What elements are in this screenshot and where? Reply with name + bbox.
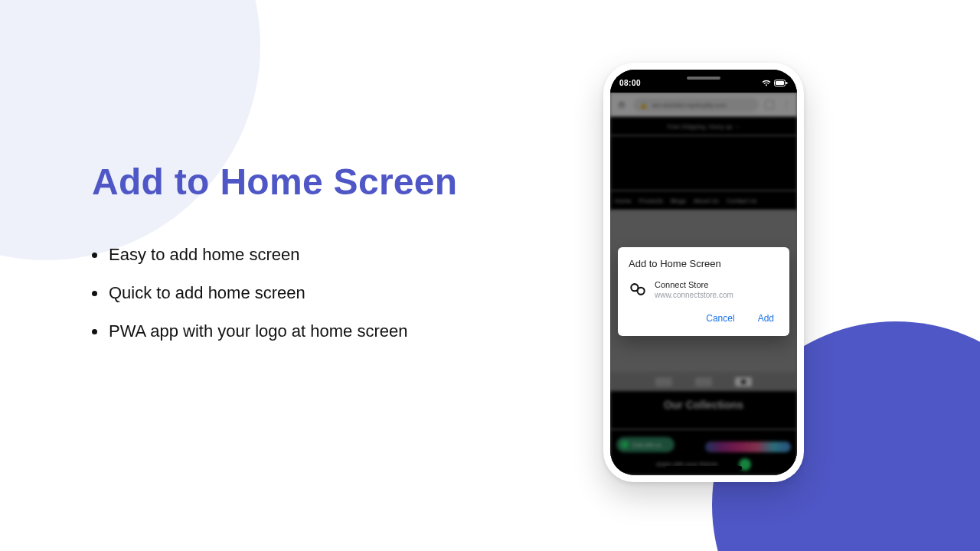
svg-rect-1 [776,81,784,85]
bullet-item: PWA app with your logo at home screen [92,321,551,341]
speaker-slot [687,77,720,80]
phone-screen: 🔒 am-storelist.myshopify.com ⋮ Free Ship… [610,93,797,475]
wifi-icon [762,80,771,86]
feature-bullets: Easy to add home screen Quick to add hom… [92,245,551,341]
marketing-copy: Add to Home Screen Easy to add home scre… [92,161,551,360]
dialog-app-row: Connect Store www.connectstore.com [629,280,779,299]
home-indicator[interactable] [665,466,742,470]
phone-mockup: 08:00 🔒 am-storel [603,63,804,482]
phone-screen-frame: 08:00 🔒 am-storel [610,70,797,475]
status-time: 08:00 [619,79,641,87]
app-icon [629,280,647,298]
cancel-button[interactable]: Cancel [704,310,736,327]
add-button[interactable]: Add [756,310,776,327]
battery-icon [774,80,788,86]
phone-notch [658,70,750,86]
svg-rect-2 [786,82,788,84]
dialog-actions: Cancel Add [629,307,779,330]
dialog-title: Add to Home Screen [629,258,779,269]
dialog-app-name: Connect Store [655,280,733,291]
add-to-home-screen-dialog: Add to Home Screen Connect Store www.con… [618,247,789,336]
headline: Add to Home Screen [92,161,551,203]
promo-slide: Add to Home Screen Easy to add home scre… [0,0,980,551]
bullet-item: Easy to add home screen [92,245,551,265]
bullet-item: Quick to add home screen [92,283,551,303]
dialog-app-url: www.connectstore.com [655,291,733,299]
